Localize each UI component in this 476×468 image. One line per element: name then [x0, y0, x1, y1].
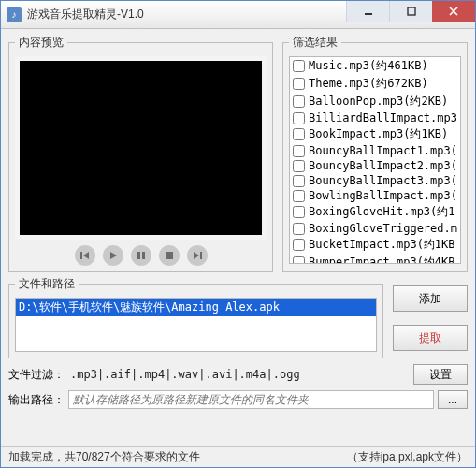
prev-button[interactable]	[75, 245, 95, 266]
pause-button[interactable]	[131, 245, 151, 266]
status-right: （支持ipa,pxl,apk文件）	[347, 449, 468, 465]
result-row[interactable]: BookImpact.mp3(约1KB)	[290, 125, 460, 143]
svg-rect-11	[200, 252, 202, 259]
result-filename: BouncyBallImpact1.mp3(	[309, 144, 457, 157]
path-row-selected[interactable]: D:\软件\手机软件\魅族软件\Amazing Alex.apk	[16, 299, 376, 316]
preview-canvas	[15, 56, 267, 240]
play-button[interactable]	[103, 245, 123, 266]
result-checkbox[interactable]	[293, 206, 305, 218]
app-icon: ♪	[7, 7, 22, 22]
svg-rect-9	[166, 252, 173, 259]
output-label: 输出路径：	[8, 392, 65, 408]
side-buttons: 添加 提取	[393, 276, 468, 358]
main-window: ♪ 游戏音乐提取精灵-V1.0 内容预览 筛选结果	[0, 0, 476, 468]
result-row[interactable]: BouncyBallImpact1.mp3(	[290, 143, 460, 158]
result-filename: BowlingBallImpact.mp3(	[309, 189, 457, 202]
svg-rect-7	[137, 252, 140, 259]
results-legend: 筛选结果	[289, 35, 341, 51]
result-filename: BucketImpact.mp3(约1KB	[309, 237, 455, 253]
result-checkbox[interactable]	[293, 145, 305, 157]
result-filename: BouncyBallImpact3.mp3(	[309, 174, 457, 187]
result-checkbox[interactable]	[293, 60, 305, 72]
result-checkbox[interactable]	[293, 160, 305, 172]
media-controls	[15, 245, 267, 266]
result-filename: BalloonPop.mp3(约2KB)	[309, 94, 448, 110]
result-filename: Theme.mp3(约672KB)	[309, 76, 428, 92]
result-row[interactable]: BowlingBallImpact.mp3(	[290, 188, 460, 203]
results-list[interactable]: Music.mp3(约461KB)Theme.mp3(约672KB)Balloo…	[289, 56, 461, 264]
output-row: 输出路径： ...	[8, 390, 468, 409]
result-checkbox[interactable]	[293, 128, 305, 140]
filter-row: 文件过滤： .mp3|.aif|.mp4|.wav|.avi|.m4a|.ogg…	[8, 364, 468, 385]
result-checkbox[interactable]	[293, 95, 305, 108]
result-checkbox[interactable]	[293, 78, 305, 90]
stop-button[interactable]	[159, 245, 180, 266]
result-checkbox[interactable]	[293, 223, 305, 235]
top-row: 内容预览 筛选结果 Music.mp3(约461KB)Theme.mp3(约67…	[8, 35, 468, 272]
settings-button[interactable]: 设置	[413, 364, 468, 385]
preview-fieldset: 内容预览	[8, 35, 273, 272]
result-filename: Music.mp3(约461KB)	[309, 58, 428, 74]
result-row[interactable]: BoxingGloveHit.mp3(约1	[290, 203, 460, 221]
result-row[interactable]: BalloonPop.mp3(约2KB)	[290, 93, 460, 110]
result-checkbox[interactable]	[293, 190, 305, 202]
result-row[interactable]: BoxingGloveTriggered.m	[290, 221, 460, 236]
result-filename: BoxingGloveHit.mp3(约1	[309, 204, 455, 220]
preview-legend: 内容预览	[15, 35, 67, 51]
svg-rect-0	[365, 13, 372, 15]
result-filename: BouncyBallImpact2.mp3(	[309, 159, 457, 172]
result-row[interactable]: BilliardBallImpact.mp3	[290, 110, 460, 125]
result-row[interactable]: Theme.mp3(约672KB)	[290, 75, 460, 93]
result-row[interactable]: BumperImpact.mp3(约4KB	[290, 254, 460, 264]
paths-list[interactable]: D:\软件\手机软件\魅族软件\Amazing Alex.apk	[15, 298, 377, 352]
browse-button[interactable]: ...	[438, 390, 468, 409]
next-button[interactable]	[187, 245, 208, 266]
client-area: 内容预览 筛选结果 Music.mp3(约461KB)Theme.mp3(约67…	[1, 29, 475, 446]
result-filename: BookImpact.mp3(约1KB)	[309, 126, 448, 142]
paths-fieldset: 文件和路径 D:\软件\手机软件\魅族软件\Amazing Alex.apk	[8, 276, 383, 358]
result-filename: BilliardBallImpact.mp3	[309, 111, 457, 124]
maximize-button[interactable]	[389, 1, 432, 22]
result-row[interactable]: BouncyBallImpact2.mp3(	[290, 158, 460, 173]
output-path-input[interactable]	[68, 390, 434, 409]
svg-rect-8	[142, 252, 145, 259]
extract-button[interactable]: 提取	[393, 325, 468, 351]
result-checkbox[interactable]	[293, 256, 305, 264]
mid-block: 文件和路径 D:\软件\手机软件\魅族软件\Amazing Alex.apk 添…	[8, 276, 468, 358]
window-buttons	[346, 1, 475, 28]
add-button[interactable]: 添加	[393, 285, 468, 312]
filter-text: .mp3|.aif|.mp4|.wav|.avi|.m4a|.ogg	[70, 368, 408, 381]
statusbar: 加载完成，共70/827个符合要求的文件 （支持ipa,pxl,apk文件）	[1, 446, 475, 467]
svg-marker-10	[194, 252, 199, 259]
results-fieldset: 筛选结果 Music.mp3(约461KB)Theme.mp3(约672KB)B…	[282, 35, 468, 272]
result-checkbox[interactable]	[293, 112, 305, 124]
svg-rect-4	[80, 252, 82, 259]
window-title: 游戏音乐提取精灵-V1.0	[27, 7, 346, 22]
result-row[interactable]: BucketImpact.mp3(约1KB	[290, 236, 460, 254]
result-row[interactable]: Music.mp3(约461KB)	[290, 57, 460, 75]
filter-label: 文件过滤：	[8, 367, 65, 383]
paths-legend: 文件和路径	[15, 276, 79, 292]
result-checkbox[interactable]	[293, 239, 305, 251]
result-checkbox[interactable]	[293, 175, 305, 187]
svg-marker-5	[83, 252, 89, 259]
result-filename: BumperImpact.mp3(约4KB	[309, 255, 455, 264]
svg-marker-6	[110, 252, 117, 259]
status-left: 加载完成，共70/827个符合要求的文件	[8, 449, 200, 465]
titlebar: ♪ 游戏音乐提取精灵-V1.0	[1, 1, 475, 29]
minimize-button[interactable]	[346, 1, 389, 22]
result-row[interactable]: BouncyBallImpact3.mp3(	[290, 173, 460, 188]
close-button[interactable]	[432, 1, 475, 22]
result-filename: BoxingGloveTriggered.m	[309, 222, 457, 235]
svg-rect-1	[408, 7, 415, 15]
